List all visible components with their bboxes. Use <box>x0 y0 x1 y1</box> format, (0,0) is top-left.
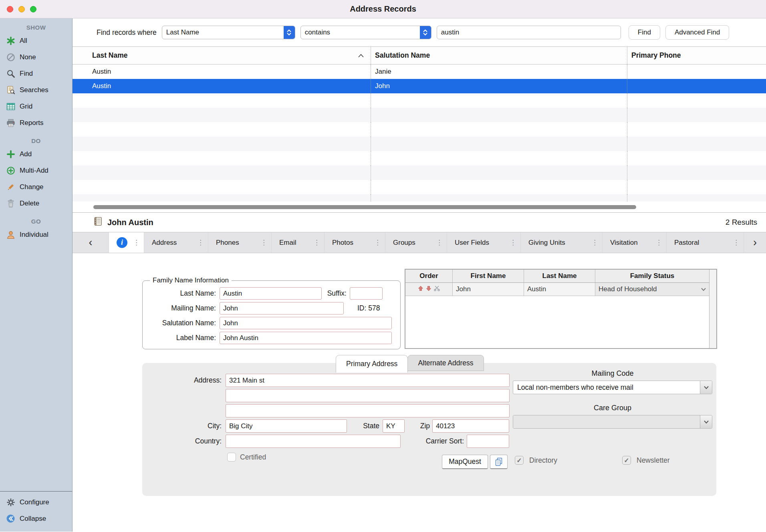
none-icon <box>6 52 15 62</box>
newsletter-checkbox[interactable]: ✓ <box>622 456 631 465</box>
sidebar-item-searches[interactable]: Searches <box>0 82 72 98</box>
table-row-empty[interactable] <box>73 137 766 151</box>
gear-icon <box>6 498 15 507</box>
mapquest-button[interactable]: MapQuest <box>442 455 488 469</box>
tab-user-fields[interactable]: User Fields⋮ <box>447 232 520 253</box>
column-header-primary-phone[interactable]: Primary Phone <box>627 47 766 64</box>
family-members-table: Order First Name Last Name Family Status <box>405 269 717 349</box>
city-field[interactable] <box>226 419 347 433</box>
chevron-down-icon <box>700 415 712 428</box>
operator-select[interactable]: contains <box>300 26 431 39</box>
move-down-icon[interactable] <box>425 285 432 294</box>
sidebar-item-add[interactable]: Add <box>0 146 72 162</box>
table-row-selected[interactable]: Austin John <box>73 79 766 93</box>
table-row-empty[interactable] <box>73 108 766 122</box>
salutation-name-field[interactable] <box>220 317 392 329</box>
close-button[interactable] <box>7 6 13 12</box>
find-button[interactable]: Find <box>629 25 660 40</box>
sidebar-item-label: Grid <box>20 103 32 111</box>
minimize-button[interactable] <box>18 6 25 12</box>
table-row[interactable]: Austin Janie <box>73 64 766 79</box>
grip-dots-icon: ⋮ <box>510 238 516 247</box>
copy-address-button[interactable] <box>490 455 508 469</box>
address-line2-field[interactable] <box>226 389 510 402</box>
member-first-name-cell[interactable]: John <box>453 283 524 296</box>
sidebar-item-multi-add[interactable]: Multi-Add <box>0 162 72 179</box>
chevron-right-icon: › <box>753 237 757 248</box>
label-name-field[interactable] <box>220 332 392 344</box>
member-last-name-cell[interactable]: Austin <box>524 283 595 296</box>
search-query-input[interactable] <box>437 26 621 39</box>
members-vertical-scrollbar[interactable] <box>709 270 716 348</box>
sidebar-item-collapse[interactable]: Collapse <box>0 510 72 527</box>
sidebar-item-configure[interactable]: Configure <box>0 494 72 510</box>
horizontal-scrollbar-thumb[interactable] <box>93 205 636 209</box>
tab-info[interactable]: i ⋮ <box>109 232 144 253</box>
zoom-button[interactable] <box>30 6 36 12</box>
tabs-scroll-right-button[interactable]: › <box>744 232 766 253</box>
mailing-name-field[interactable] <box>220 302 344 314</box>
cell-salutation: Janie <box>375 68 391 76</box>
tab-pastoral[interactable]: Pastoral⋮ <box>666 232 744 253</box>
sidebar-item-label: Searches <box>20 86 48 94</box>
tab-label: Pastoral <box>674 239 699 247</box>
last-name-field[interactable] <box>220 287 322 300</box>
tab-giving-units[interactable]: Giving Units⋮ <box>520 232 602 253</box>
directory-checkbox[interactable]: ✓ <box>515 456 524 465</box>
sidebar-item-grid[interactable]: Grid <box>0 98 72 115</box>
table-row-empty[interactable] <box>73 165 766 180</box>
move-up-icon[interactable] <box>417 285 424 294</box>
sidebar-item-delete[interactable]: Delete <box>0 195 72 212</box>
table-row-empty[interactable] <box>73 194 766 202</box>
carrier-sort-field[interactable] <box>467 435 509 448</box>
tab-visitation[interactable]: Visitation⋮ <box>602 232 666 253</box>
country-field[interactable] <box>226 435 401 448</box>
tab-photos[interactable]: Photos⋮ <box>324 232 385 253</box>
table-row-empty[interactable] <box>73 151 766 165</box>
country-label: Country: <box>142 437 222 445</box>
sidebar-section-do: DO <box>0 137 72 144</box>
advanced-find-button[interactable]: Advanced Find <box>665 25 729 40</box>
certified-checkbox[interactable] <box>227 453 236 461</box>
column-header-salutation-name[interactable]: Salutation Name <box>371 47 627 64</box>
care-group-select[interactable] <box>513 415 712 429</box>
scissors-icon[interactable] <box>433 285 440 294</box>
record-name: John Austin <box>107 218 153 227</box>
sidebar-item-label: All <box>20 37 27 45</box>
tab-label: Email <box>279 239 296 247</box>
city-label: City: <box>142 422 222 430</box>
table-row-empty[interactable] <box>73 93 766 108</box>
sidebar-item-none[interactable]: None <box>0 49 72 65</box>
sidebar-item-all[interactable]: All <box>0 32 72 49</box>
tab-phones[interactable]: Phones⋮ <box>208 232 271 253</box>
collapse-circle-icon <box>6 514 15 523</box>
suffix-field[interactable] <box>350 287 383 300</box>
sidebar-item-reports[interactable]: Reports <box>0 115 72 131</box>
address-line3-field[interactable] <box>226 404 510 417</box>
zip-field[interactable] <box>432 419 509 433</box>
tab-label: User Fields <box>455 239 489 247</box>
chevron-left-icon: ‹ <box>89 237 93 248</box>
tabs-scroll-left-button[interactable]: ‹ <box>73 232 109 253</box>
sidebar-item-label: Change <box>20 183 44 191</box>
table-row-empty[interactable] <box>73 180 766 194</box>
sidebar-item-individual[interactable]: Individual <box>0 226 72 243</box>
tab-groups[interactable]: Groups⋮ <box>385 232 447 253</box>
tab-email[interactable]: Email⋮ <box>271 232 324 253</box>
address-line1-field[interactable] <box>226 374 510 387</box>
tab-address[interactable]: Address⋮ <box>144 232 208 253</box>
sidebar-item-find[interactable]: Find <box>0 65 72 82</box>
tab-alternate-address[interactable]: Alternate Address <box>407 355 484 371</box>
chevron-down-icon <box>700 381 712 394</box>
state-field[interactable] <box>383 419 405 433</box>
family-status-select[interactable]: Head of Household <box>595 283 709 296</box>
column-header-last-name[interactable]: Last Name <box>73 47 371 64</box>
find-records-bar: Find records where Last Name contains Fi… <box>73 18 766 46</box>
table-row-empty[interactable] <box>73 122 766 137</box>
record-detail-content: Family Name Information Last Name: Suffi… <box>73 253 766 532</box>
tab-primary-address[interactable]: Primary Address <box>336 355 408 373</box>
person-icon <box>6 230 15 239</box>
sidebar-item-change[interactable]: Change <box>0 179 72 195</box>
mailing-code-select[interactable]: Local non-members who receive mail <box>513 381 712 394</box>
field-select[interactable]: Last Name <box>162 26 295 39</box>
